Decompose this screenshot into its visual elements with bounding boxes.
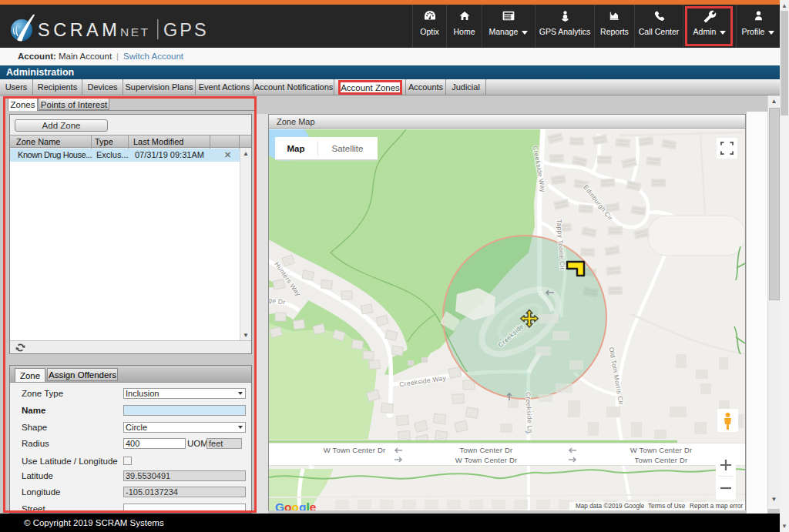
svg-text:Report a map error: Report a map error — [690, 503, 743, 510]
svg-text:Map data ©2019 Google: Map data ©2019 Google — [576, 503, 645, 510]
svg-text:Satellite: Satellite — [332, 144, 364, 153]
svg-text:Town Center Dr: Town Center Dr — [635, 456, 688, 464]
svg-text:Town Center Dr: Town Center Dr — [460, 446, 513, 454]
svg-text:W Town Center Dr: W Town Center Dr — [630, 446, 693, 454]
svg-text:NET: NET — [120, 25, 150, 38]
svg-text:Google: Google — [275, 500, 317, 510]
svg-text:W Town Center Dr: W Town Center Dr — [324, 446, 386, 454]
svg-text:W Town Center Dr: W Town Center Dr — [455, 456, 518, 464]
svg-text:Map: Map — [287, 144, 305, 153]
svg-text:Terms of Use: Terms of Use — [648, 503, 686, 510]
svg-text:SCRAM: SCRAM — [38, 20, 120, 40]
svg-text:GPS: GPS — [163, 20, 209, 40]
